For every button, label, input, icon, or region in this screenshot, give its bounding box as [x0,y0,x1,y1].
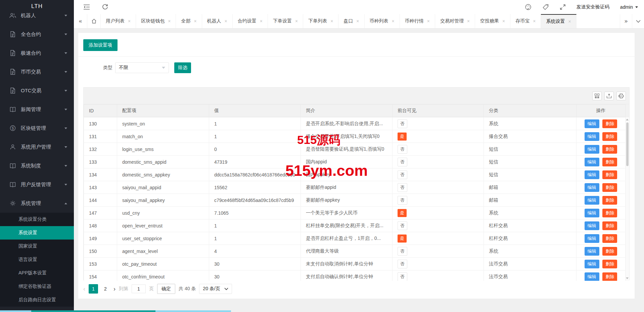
scroll-up-icon[interactable] [626,119,629,120]
home-tab[interactable] [87,14,101,28]
page-button[interactable]: 1 [89,284,98,294]
tab[interactable]: 下单设置 × [268,14,303,28]
tab[interactable]: 用户列表 × [101,14,136,28]
sidebar-item[interactable]: OTC交易 [0,81,74,100]
close-icon[interactable]: × [533,18,536,24]
tab[interactable]: 机器人 × [202,14,233,28]
sidebar-subitem[interactable]: 系统设置分类 [0,213,74,226]
delete-button[interactable]: 删除 [602,221,617,230]
close-icon[interactable]: × [194,18,196,24]
tab[interactable]: 交易对管理 × [435,14,475,28]
close-icon[interactable]: × [356,18,359,24]
edit-button[interactable]: 编辑 [585,170,599,179]
sidebar-subitem[interactable]: 系统设置 [0,226,74,240]
sidebar-item[interactable]: 系统制度 [0,156,74,175]
scroll-tabs-right-button[interactable]: » [620,14,632,28]
page-button[interactable]: 2 [101,284,110,294]
tag-icon[interactable] [542,4,549,10]
edit-button[interactable]: 编辑 [585,183,599,192]
tab[interactable]: 合约设置 × [233,14,268,28]
sidebar-item[interactable]: $ 区块链管理 [0,119,74,138]
scrollbar-thumb[interactable] [626,122,629,166]
delete-button[interactable]: 删除 [602,209,617,217]
sidebar-item[interactable]: 全仓合约 [0,25,74,44]
edit-button[interactable]: 编辑 [585,119,599,128]
tab[interactable]: 存币宝 × [510,14,541,28]
sidebar-subitem[interactable]: 语言设置 [0,253,74,266]
close-icon[interactable]: × [295,18,298,24]
delete-button[interactable]: 删除 [602,119,617,128]
confirm-page-button[interactable]: 确定 [157,284,175,294]
sidebar-subitem[interactable]: 绑定谷歌验证器 [0,280,74,293]
delete-button[interactable]: 删除 [602,158,617,166]
close-icon[interactable]: × [225,18,227,24]
close-icon[interactable]: × [330,18,333,24]
delete-button[interactable]: 删除 [602,234,617,243]
tab[interactable]: 盘口 × [338,14,364,28]
edit-button[interactable]: 编辑 [585,272,599,281]
goto-page-input[interactable] [132,284,146,293]
edit-button[interactable]: 编辑 [585,247,599,256]
delete-button[interactable]: 删除 [602,272,617,281]
sidebar-item[interactable]: 极速合约 [0,44,74,62]
sidebar-subitem[interactable]: 后台路由日志设置 [0,293,74,307]
delete-button[interactable]: 删除 [602,196,617,205]
edit-button[interactable]: 编辑 [585,221,599,230]
tabs-menu-button[interactable] [632,14,644,28]
refresh-icon[interactable] [102,4,108,10]
sidebar-item[interactable]: 新闻管理 [0,100,74,119]
close-icon[interactable]: × [260,18,263,24]
tab[interactable]: 空投糖果 × [475,14,510,28]
sidebar-item[interactable]: 币币交易 [0,62,74,81]
close-icon[interactable]: × [128,18,131,24]
delete-button[interactable]: 删除 [602,260,617,268]
close-icon[interactable]: × [392,18,395,24]
sidebar-subitem[interactable]: APP版本设置 [0,266,74,280]
close-icon[interactable]: × [168,18,171,24]
edit-button[interactable]: 编辑 [585,132,599,141]
close-icon[interactable]: × [502,18,505,24]
fullscreen-icon[interactable] [560,4,566,10]
scroll-down-icon[interactable] [626,277,629,279]
type-select[interactable]: 不限 [115,62,169,73]
tab[interactable]: 币种行情 × [400,14,435,28]
delete-button[interactable]: 删除 [602,247,617,256]
delete-button[interactable]: 删除 [602,132,617,141]
send-security-code-link[interactable]: 发送安全验证码 [577,4,609,10]
next-page-icon[interactable]: › [113,285,116,293]
palette-icon[interactable] [525,4,532,10]
export-icon[interactable] [604,92,614,100]
close-icon[interactable]: × [467,18,470,24]
edit-button[interactable]: 编辑 [585,260,599,268]
filter-button[interactable]: 筛选 [174,62,191,73]
user-menu[interactable]: admin [620,4,638,10]
sidebar-subitem[interactable]: 国家设置 [0,240,74,253]
collapse-menu-icon[interactable] [83,4,90,10]
columns-icon[interactable] [592,92,602,100]
print-icon[interactable] [616,92,626,100]
edit-button[interactable]: 编辑 [585,209,599,217]
page-size-select[interactable]: 20 条/页 [199,284,232,294]
sidebar-item[interactable]: 系统用户管理 [0,138,74,156]
edit-button[interactable]: 编辑 [585,158,599,166]
tab[interactable]: 系统设置 × [541,14,576,28]
tab[interactable]: 区块链钱包 × [136,14,176,28]
cell-id: 130 [84,117,117,130]
sidebar-item[interactable]: 系统管理 [0,194,74,213]
tab[interactable]: 下单列表 × [303,14,338,28]
close-icon[interactable]: × [427,18,430,24]
edit-button[interactable]: 编辑 [585,234,599,243]
add-setting-button[interactable]: 添加设置项 [83,39,118,51]
sidebar-item[interactable]: 用户反馈管理 [0,175,74,194]
delete-button[interactable]: 删除 [602,170,617,179]
scroll-tabs-left-button[interactable]: « [74,14,87,28]
delete-button[interactable]: 删除 [602,183,617,192]
tab[interactable]: 币种列表 × [365,14,400,28]
tab[interactable]: 全部 × [176,14,202,28]
delete-button[interactable]: 删除 [602,145,617,154]
prev-page-icon[interactable]: ‹ [83,285,85,293]
close-icon[interactable]: × [568,19,571,24]
edit-button[interactable]: 编辑 [585,196,599,205]
edit-button[interactable]: 编辑 [585,145,599,154]
vertical-scrollbar[interactable] [625,117,629,281]
